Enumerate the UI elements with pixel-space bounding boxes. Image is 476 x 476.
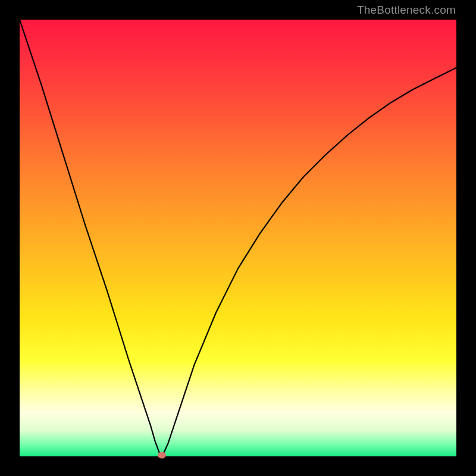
bottleneck-curve	[20, 20, 456, 456]
optimal-point-marker	[158, 452, 166, 458]
watermark-text: TheBottleneck.com	[357, 4, 456, 17]
